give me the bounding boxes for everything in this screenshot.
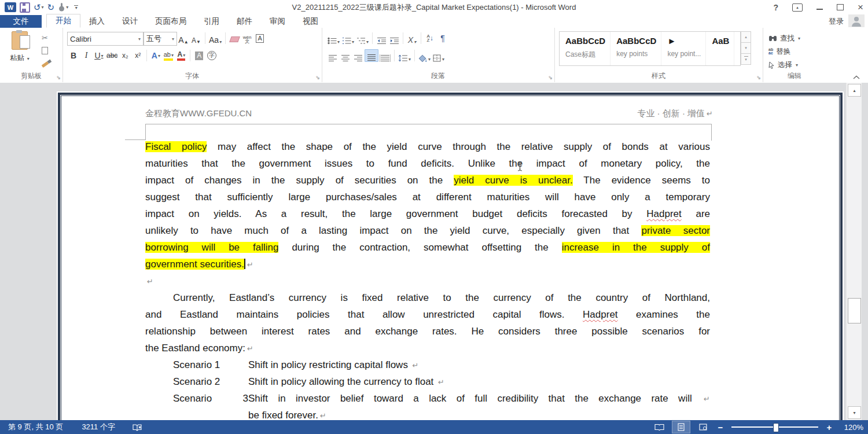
tab-file[interactable]: 文件 bbox=[0, 15, 42, 28]
align-left-button[interactable] bbox=[326, 49, 339, 62]
chevron-down-icon[interactable]: ▾ bbox=[138, 36, 141, 42]
asian-layout-button[interactable]: X▾ bbox=[406, 32, 418, 45]
grow-font-button[interactable]: A▲ bbox=[177, 32, 190, 45]
text-run: Shift in policy allowing the currency to… bbox=[248, 376, 436, 387]
proofing-status-button[interactable] bbox=[133, 424, 142, 431]
undo-button[interactable]: ↺▾ bbox=[34, 2, 44, 13]
word-count-indicator[interactable]: 3211 个字 bbox=[82, 422, 115, 432]
redo-button[interactable]: ↻ bbox=[47, 2, 55, 13]
undo-dropdown-icon[interactable]: ▾ bbox=[42, 5, 44, 10]
ribbon-display-options-button[interactable]: ▴ bbox=[792, 3, 803, 12]
replace-button[interactable]: abac 替换 bbox=[768, 46, 790, 57]
styles-dialog-launcher[interactable]: ⇘ bbox=[756, 75, 761, 80]
increase-indent-button[interactable] bbox=[388, 32, 400, 45]
character-shading-button[interactable]: A bbox=[193, 49, 205, 62]
sort-button[interactable]: AZ ↓ bbox=[424, 32, 436, 45]
shading-button[interactable]: ▾ bbox=[417, 49, 432, 62]
text-run: examines the bbox=[618, 309, 710, 320]
account-avatar[interactable] bbox=[848, 14, 865, 27]
format-painter-button[interactable] bbox=[42, 59, 49, 69]
save-button[interactable] bbox=[20, 2, 30, 13]
scroll-up-button[interactable]: ▴ bbox=[848, 84, 861, 97]
select-arrow-icon bbox=[768, 61, 775, 69]
scroll-down-button[interactable]: ▾ bbox=[848, 406, 861, 419]
zoom-level[interactable]: 120% bbox=[838, 423, 863, 432]
underline-button[interactable]: U▾ bbox=[93, 49, 105, 62]
read-mode-icon bbox=[654, 424, 664, 431]
tab-mailings[interactable]: 邮件 bbox=[228, 15, 261, 28]
distribute-button[interactable] bbox=[378, 49, 392, 62]
zoom-slider-thumb[interactable] bbox=[773, 423, 779, 432]
paste-button[interactable]: 粘贴 ▾ bbox=[6, 31, 34, 74]
subscript-button[interactable]: x₂ bbox=[119, 49, 131, 62]
web-layout-button[interactable] bbox=[694, 421, 712, 433]
zoom-out-button[interactable]: − bbox=[716, 422, 724, 432]
styles-more-button[interactable]: ▾ bbox=[741, 54, 751, 65]
sign-in-link[interactable]: 登录 bbox=[829, 16, 844, 27]
chevron-down-icon[interactable]: ▾ bbox=[172, 36, 174, 42]
font-color-button[interactable]: A▾ bbox=[175, 49, 187, 62]
styles-scroll-down-button[interactable]: ▾ bbox=[741, 43, 751, 54]
close-button[interactable]: × bbox=[858, 2, 863, 13]
tab-references[interactable]: 引用 bbox=[195, 15, 228, 28]
borders-button[interactable]: ▾ bbox=[432, 49, 446, 62]
shrink-font-button[interactable]: A▼ bbox=[190, 32, 203, 45]
vertical-scrollbar[interactable]: ▴ ▾ bbox=[846, 83, 862, 420]
style-item[interactable]: ►key point... bbox=[661, 32, 706, 65]
tab-page-layout[interactable]: 页面布局 bbox=[146, 15, 195, 28]
change-case-button[interactable]: Aa▾ bbox=[208, 32, 223, 45]
bold-button[interactable]: B bbox=[67, 49, 80, 62]
style-item[interactable]: AaBbCcDCase标题 bbox=[560, 32, 610, 65]
page[interactable]: 金程教育WWW.GFEDU.CN 专业 · 创新 · 增值↵ Fiscal po… bbox=[57, 91, 844, 420]
tab-home[interactable]: 开始 bbox=[46, 14, 80, 28]
text-highlight-button[interactable]: ab▾ bbox=[162, 49, 175, 62]
justify-button[interactable] bbox=[365, 49, 378, 62]
word-logo-icon[interactable]: W bbox=[5, 2, 16, 12]
help-button[interactable]: ? bbox=[774, 3, 779, 12]
italic-button[interactable]: I bbox=[80, 49, 93, 62]
font-name-combo[interactable]: Calibri▾ bbox=[67, 32, 144, 46]
select-button[interactable]: 选择▾ bbox=[768, 59, 798, 71]
font-size-combo[interactable]: 五号▾ bbox=[144, 32, 177, 46]
decrease-indent-button[interactable] bbox=[375, 32, 388, 45]
text-effects-button[interactable]: A▾ bbox=[149, 49, 162, 62]
document-body[interactable]: Fiscal policy may affect the shape of th… bbox=[145, 138, 710, 420]
style-item[interactable]: AaBbCcDkey points bbox=[610, 32, 661, 65]
page-number-indicator[interactable]: 第 9 页, 共 10 页 bbox=[8, 422, 63, 432]
strikethrough-button[interactable]: abc bbox=[105, 49, 119, 62]
align-right-button[interactable] bbox=[352, 49, 365, 62]
scrollbar-thumb[interactable] bbox=[848, 298, 861, 323]
clipboard-dialog-launcher[interactable]: ⇘ bbox=[56, 75, 61, 80]
paragraph-dialog-launcher[interactable]: ⇘ bbox=[548, 75, 553, 80]
align-center-button[interactable] bbox=[339, 49, 352, 62]
touch-mode-button[interactable]: ▾ bbox=[58, 2, 68, 13]
find-button[interactable]: 查找▾ bbox=[768, 32, 800, 44]
superscript-button[interactable]: x² bbox=[131, 49, 144, 62]
bullets-button[interactable]: ▾ bbox=[326, 32, 341, 45]
cut-button[interactable]: ✂ bbox=[42, 32, 48, 43]
styles-scroll-up-button[interactable]: ▴ bbox=[741, 31, 751, 43]
style-item[interactable]: AaB bbox=[706, 32, 734, 65]
clear-formatting-button[interactable] bbox=[228, 32, 241, 45]
character-border-button[interactable]: A bbox=[253, 32, 266, 45]
restore-button[interactable] bbox=[837, 4, 844, 10]
line-spacing-button[interactable]: ▾ bbox=[397, 49, 412, 62]
customize-qat-button[interactable]: ▾ bbox=[74, 5, 78, 9]
font-dialog-launcher[interactable]: ⇘ bbox=[315, 75, 320, 80]
zoom-slider[interactable] bbox=[731, 426, 818, 428]
numbering-button[interactable]: ▾ bbox=[341, 32, 355, 45]
show-marks-button[interactable]: ¶ bbox=[436, 32, 449, 45]
enclose-characters-button[interactable]: 字 bbox=[205, 49, 218, 62]
tab-view[interactable]: 视图 bbox=[294, 15, 327, 28]
collapse-ribbon-button[interactable] bbox=[853, 75, 860, 79]
tab-insert[interactable]: 插入 bbox=[80, 15, 113, 28]
copy-button[interactable] bbox=[42, 45, 48, 56]
tab-design[interactable]: 设计 bbox=[113, 15, 146, 28]
multilevel-list-button[interactable]: ▾ bbox=[355, 32, 370, 45]
tab-review[interactable]: 审阅 bbox=[261, 15, 294, 28]
zoom-in-button[interactable]: + bbox=[825, 422, 833, 432]
print-layout-button[interactable] bbox=[672, 421, 690, 433]
minimize-button[interactable] bbox=[816, 5, 823, 10]
read-mode-button[interactable] bbox=[650, 421, 668, 433]
phonetic-guide-button[interactable]: wén文 bbox=[241, 32, 253, 45]
